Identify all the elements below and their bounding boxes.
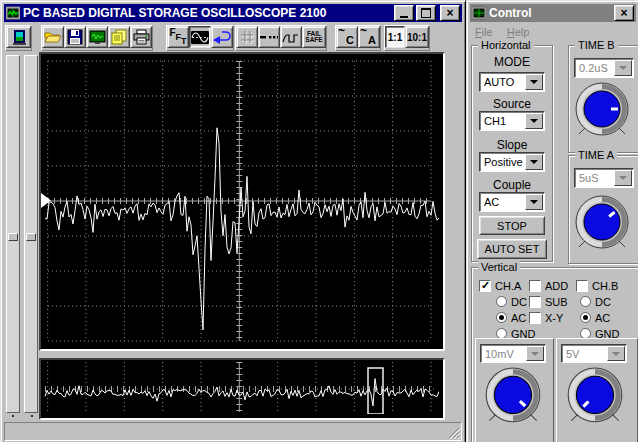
toolbar-group-exit <box>5 25 32 51</box>
maximize-icon <box>421 8 431 18</box>
add-checkbox-label: ADD <box>545 280 568 292</box>
minimize-button[interactable] <box>394 5 414 21</box>
open-button[interactable] <box>42 26 64 48</box>
mode-combo[interactable]: AUTO <box>479 72 545 92</box>
cha-ac-label: AC <box>511 312 526 324</box>
tilde-a-icon: ~ A <box>361 29 377 45</box>
maximize-button[interactable] <box>416 5 436 21</box>
time-a-combo-arrow[interactable] <box>614 170 632 186</box>
add-checkbox[interactable] <box>529 280 541 292</box>
chb-ac-radio[interactable] <box>580 312 591 323</box>
cha-dc-label: DC <box>511 296 527 308</box>
couple-combo[interactable]: AC <box>479 192 545 212</box>
print-button[interactable] <box>130 26 152 48</box>
square-wave-icon <box>282 30 300 45</box>
channel-a-trace <box>45 128 439 330</box>
couple-label: Couple <box>472 178 552 192</box>
fft-button[interactable]: FFT <box>167 26 189 48</box>
position-slider-a[interactable] <box>6 55 20 413</box>
time-b-label: TIME B <box>575 39 618 51</box>
time-b-combo[interactable]: 0.2uS <box>574 58 634 78</box>
source-combo[interactable]: CH1 <box>479 111 545 131</box>
mode-label: MODE <box>472 55 552 69</box>
time-b-combo-arrow[interactable] <box>614 60 632 76</box>
xy-checkbox[interactable] <box>529 312 541 324</box>
cha-volts-combo-arrow[interactable] <box>526 346 544 361</box>
time-a-knob[interactable] <box>571 195 633 253</box>
chb-checkbox[interactable] <box>576 280 588 292</box>
square-wave-button[interactable] <box>280 26 302 48</box>
cha-checkbox[interactable] <box>479 280 491 292</box>
source-combo-arrow[interactable] <box>525 113 543 129</box>
chb-checkbox-label: CH.B <box>592 280 618 292</box>
probe-10to1-button[interactable]: 10:1 <box>405 26 429 48</box>
couple-combo-arrow[interactable] <box>525 194 543 210</box>
slope-combo-arrow[interactable] <box>525 154 543 170</box>
slider-a-thumb[interactable] <box>8 233 18 241</box>
probe-1to1-button[interactable]: 1:1 <box>385 26 405 48</box>
cha-volts-knob[interactable] <box>481 367 545 427</box>
exit-button[interactable] <box>6 26 31 48</box>
slope-label: Slope <box>472 138 552 152</box>
status-bar <box>4 422 462 441</box>
control-icon <box>472 6 486 20</box>
toolbar-group-probe: 1:1 10:1 <box>384 25 430 51</box>
time-a-group: TIME A 5uS <box>568 155 638 264</box>
printer-icon <box>133 29 150 45</box>
cha-volts-combo[interactable]: 10mV <box>480 344 546 363</box>
capture-button[interactable] <box>86 26 108 48</box>
vertical-group: Vertical CH.A ADD CH.B DC SUB DC AC X-Y … <box>471 267 638 442</box>
menu-file[interactable]: File <box>475 26 493 38</box>
toolbar-group-grid: FAIL SAFE <box>235 25 327 51</box>
source-label: Source <box>472 97 552 111</box>
horizontal-group: Horizontal MODE AUTO Source CH1 Slope Po… <box>471 45 553 262</box>
position-slider-b[interactable] <box>24 55 38 413</box>
window-title: PC BASED DIGITAL STORAGE OSCILLOSCOPE 21… <box>23 6 391 20</box>
waveform-mode-button[interactable] <box>189 26 211 48</box>
chb-volts-knob[interactable] <box>563 367 627 427</box>
toolbar-group-coupling: ~ C ~ A <box>335 25 381 51</box>
slider-b-thumb[interactable] <box>26 233 36 241</box>
resize-grip[interactable] <box>447 426 460 439</box>
oscilloscope-window: PC BASED DIGITAL STORAGE OSCILLOSCOPE 21… <box>0 0 466 442</box>
slider-a-tick <box>12 415 14 417</box>
menu-help[interactable]: Help <box>507 26 530 38</box>
time-b-group: TIME B 0.2uS <box>568 45 638 153</box>
grid-toggle-button[interactable] <box>236 26 258 48</box>
open-folder-icon <box>44 30 62 44</box>
mode-combo-arrow[interactable] <box>525 74 543 90</box>
cha-dc-radio[interactable] <box>496 296 507 307</box>
failsafe-button[interactable]: FAIL SAFE <box>302 26 326 48</box>
trigger-level-marker[interactable] <box>41 193 51 208</box>
main-titlebar[interactable]: PC BASED DIGITAL STORAGE OSCILLOSCOPE 21… <box>4 4 462 22</box>
dotted-line-icon <box>260 33 278 41</box>
save-icon <box>67 29 83 45</box>
save-button[interactable] <box>64 26 86 48</box>
chb-volts-combo-arrow[interactable] <box>607 346 625 361</box>
control-close-button[interactable]: × <box>614 5 634 21</box>
undo-sweep-button[interactable] <box>211 26 233 48</box>
chb-volts-combo[interactable]: 5V <box>561 344 627 363</box>
status-text <box>5 427 9 439</box>
control-window: Control × File Help Horizontal MODE AUTO… <box>466 0 638 442</box>
slope-combo[interactable]: Positive <box>479 152 545 172</box>
auto-set-button[interactable]: AUTO SET <box>477 239 547 259</box>
channel-b-panel: 5V <box>556 338 638 442</box>
notes-button[interactable] <box>108 26 130 48</box>
time-a-combo[interactable]: 5uS <box>574 168 634 188</box>
control-titlebar[interactable]: Control × <box>470 4 636 22</box>
close-icon: × <box>446 8 453 18</box>
sine-wave-icon <box>191 31 209 44</box>
sub-checkbox[interactable] <box>529 296 541 308</box>
close-button[interactable]: × <box>440 5 460 21</box>
cha-ac-radio[interactable] <box>496 312 507 323</box>
dotted-trace-button[interactable] <box>258 26 280 48</box>
slider-b-tick <box>31 415 33 417</box>
coupling-a-button[interactable]: ~ A <box>358 26 380 48</box>
time-b-knob[interactable] <box>571 82 633 140</box>
stop-button[interactable]: STOP <box>479 216 545 235</box>
menu-bar: File Help <box>471 24 529 40</box>
app-icon <box>6 6 20 20</box>
coupling-c-button[interactable]: ~ C <box>336 26 358 48</box>
chb-dc-radio[interactable] <box>580 296 591 307</box>
